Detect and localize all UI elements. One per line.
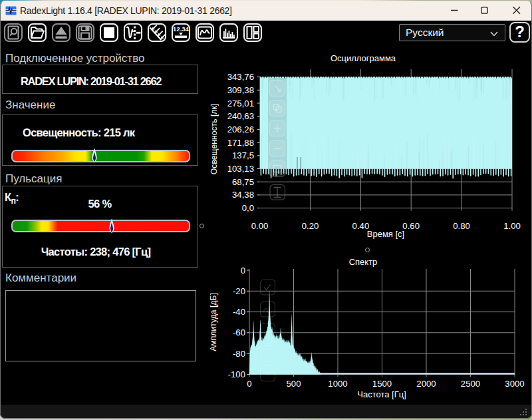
- svg-text:-60: -60: [233, 327, 245, 337]
- svg-text:206,26: 206,26: [227, 124, 254, 134]
- svg-text:-40: -40: [233, 307, 245, 317]
- svg-text:309,38: 309,38: [227, 85, 254, 95]
- svg-text:Частота [Гц]: Частота [Гц]: [357, 389, 406, 399]
- svg-text:0.20: 0.20: [302, 221, 319, 231]
- svg-text:Освещенность [лк]: Освещенность [лк]: [209, 104, 219, 174]
- svg-text:0.00: 0.00: [251, 221, 269, 231]
- svg-text:137,5: 137,5: [232, 150, 254, 160]
- svg-text:2500: 2500: [461, 379, 480, 389]
- svg-text:0: 0: [241, 266, 245, 276]
- svg-text:Спектр: Спектр: [349, 257, 378, 267]
- svg-text:0.80: 0.80: [453, 221, 470, 231]
- svg-text:1.00: 1.00: [503, 221, 521, 231]
- svg-text:-100: -100: [228, 369, 245, 379]
- svg-text:0: 0: [247, 379, 251, 389]
- svg-text:3000: 3000: [505, 379, 524, 389]
- svg-text:-20: -20: [233, 286, 245, 296]
- svg-text:-80: -80: [233, 349, 245, 359]
- svg-text:0,0: 0,0: [242, 203, 254, 213]
- svg-text:171,88: 171,88: [227, 138, 254, 148]
- svg-text:Осциллограмма: Осциллограмма: [331, 53, 396, 63]
- svg-text:2000: 2000: [416, 379, 436, 389]
- svg-text:275,01: 275,01: [227, 99, 254, 108]
- svg-text:1500: 1500: [372, 379, 392, 389]
- svg-text:0.60: 0.60: [402, 221, 420, 231]
- svg-text:343,76: 343,76: [227, 72, 254, 82]
- svg-text:103,13: 103,13: [227, 164, 254, 174]
- svg-text:Время [с]: Время [с]: [367, 229, 404, 239]
- svg-text:500: 500: [286, 379, 301, 389]
- svg-text:12.34: 12.34: [173, 25, 189, 33]
- svg-text:68,75: 68,75: [232, 177, 254, 187]
- svg-text:Амплитуда [дБ]: Амплитуда [дБ]: [209, 293, 218, 351]
- svg-text:1000: 1000: [328, 379, 347, 389]
- svg-text:240,63: 240,63: [227, 111, 254, 121]
- svg-text:34,38: 34,38: [232, 190, 254, 200]
